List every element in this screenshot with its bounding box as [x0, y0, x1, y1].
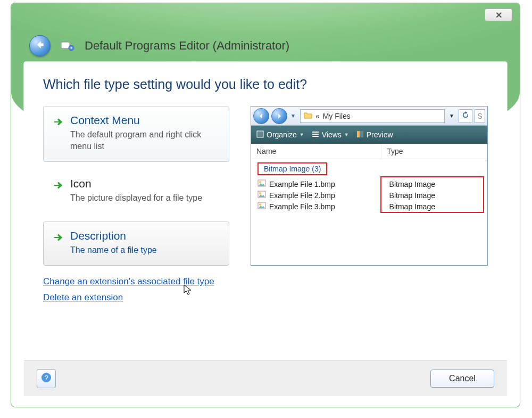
svg-text:?: ? — [44, 374, 48, 382]
footer-bar: ? Cancel — [24, 360, 507, 396]
svg-rect-5 — [312, 134, 319, 135]
file-name: Example File 2.bmp — [269, 191, 335, 200]
header-nav: Default Programs Editor (Administrator) — [29, 35, 289, 56]
search-box[interactable]: S — [475, 109, 485, 123]
svg-point-14 — [259, 203, 261, 206]
history-dropdown-icon[interactable]: ▼ — [290, 113, 296, 119]
svg-point-10 — [259, 181, 261, 183]
preview-menu[interactable]: Preview — [356, 130, 393, 140]
preview-command-toolbar: Organize ▼ Views — [251, 126, 487, 144]
chevron-down-icon: ▼ — [344, 132, 349, 137]
cancel-button[interactable]: Cancel — [430, 370, 494, 388]
group-header[interactable]: Bitmap Image (3) — [257, 162, 327, 175]
svg-rect-7 — [357, 131, 360, 137]
svg-point-2 — [71, 47, 72, 49]
link-change-assoc[interactable]: Change an extension's associated file ty… — [43, 276, 214, 287]
svg-rect-6 — [312, 136, 319, 137]
file-list: Bitmap Image (3) Example File 1.bmp Bitm… — [251, 159, 487, 216]
app-icon — [60, 40, 75, 52]
file-icon — [257, 191, 266, 200]
option-desc: The default program and right click menu… — [70, 129, 220, 152]
file-type: Bitmap Image — [384, 191, 487, 200]
breadcrumb-prefix: « — [315, 112, 320, 120]
file-type: Bitmap Image — [384, 202, 487, 211]
close-icon: ✕ — [495, 10, 502, 20]
close-button[interactable]: ✕ — [485, 9, 512, 21]
back-button[interactable] — [29, 35, 51, 56]
file-icon — [257, 202, 266, 211]
preview-icon — [356, 130, 364, 140]
preview-back-button[interactable] — [253, 108, 269, 124]
option-title: Context Menu — [70, 114, 220, 127]
folder-icon — [304, 111, 312, 120]
organize-label: Organize — [267, 130, 297, 139]
explorer-preview: ▼ « My Files ▼ — [251, 106, 488, 266]
column-name[interactable]: Name — [251, 144, 381, 159]
file-row[interactable]: Example File 3.bmp Bitmap Image — [251, 201, 487, 212]
views-label: Views — [322, 130, 342, 139]
link-delete-ext[interactable]: Delete an extension — [43, 292, 123, 303]
file-icon — [257, 179, 266, 188]
app-window: ✕ Default Programs Editor (Administrator… — [11, 3, 520, 407]
options-column: Context Menu The default program and rig… — [43, 106, 229, 308]
page-heading: Which file type setting would you like t… — [43, 77, 488, 92]
organize-menu[interactable]: Organize ▼ — [256, 130, 304, 140]
views-icon — [312, 130, 319, 140]
file-row[interactable]: Example File 1.bmp Bitmap Image — [251, 178, 487, 190]
option-title: Icon — [70, 177, 202, 190]
file-name: Example File 3.bmp — [269, 202, 335, 211]
svg-rect-8 — [360, 131, 363, 137]
organize-icon — [256, 130, 264, 140]
preview-nav-toolbar: ▼ « My Files ▼ — [251, 106, 487, 126]
file-row[interactable]: Example File 2.bmp Bitmap Image — [251, 190, 487, 201]
file-type: Bitmap Image — [384, 180, 487, 188]
search-placeholder: S — [477, 112, 482, 120]
preview-label: Preview — [367, 130, 393, 139]
option-desc: The name of a file type — [70, 244, 157, 256]
links-block: Change an extension's associated file ty… — [43, 276, 229, 308]
arrow-right-icon — [52, 179, 64, 191]
option-title: Description — [70, 230, 157, 242]
option-desc: The picture displayed for a file type — [70, 192, 202, 204]
svg-rect-4 — [312, 132, 319, 133]
views-menu[interactable]: Views ▼ — [312, 130, 349, 140]
content-panel: Which file type setting would you like t… — [24, 62, 507, 396]
column-type[interactable]: Type — [381, 144, 487, 159]
refresh-button[interactable] — [459, 109, 472, 123]
file-name: Example File 1.bmp — [269, 180, 335, 188]
preview-column: ▼ « My Files ▼ — [251, 106, 488, 308]
option-icon[interactable]: Icon The picture displayed for a file ty… — [43, 169, 229, 214]
option-description[interactable]: Description The name of a file type — [43, 222, 229, 266]
file-list-header: Name Type — [251, 144, 487, 159]
option-context-menu[interactable]: Context Menu The default program and rig… — [43, 106, 229, 162]
address-bar[interactable]: « My Files — [300, 109, 445, 123]
help-button[interactable]: ? — [37, 369, 56, 388]
help-icon: ? — [41, 372, 52, 385]
svg-rect-3 — [257, 131, 263, 137]
chevron-down-icon: ▼ — [300, 132, 304, 137]
arrow-right-icon — [52, 116, 64, 128]
window-title: Default Programs Editor (Administrator) — [85, 39, 289, 53]
back-arrow-icon — [35, 39, 45, 52]
breadcrumb-current: My Files — [323, 112, 351, 120]
address-dropdown-icon[interactable]: ▼ — [447, 109, 456, 123]
preview-forward-button[interactable] — [271, 108, 287, 124]
arrow-right-icon — [52, 232, 64, 243]
svg-point-12 — [259, 192, 261, 194]
refresh-icon — [462, 111, 469, 121]
